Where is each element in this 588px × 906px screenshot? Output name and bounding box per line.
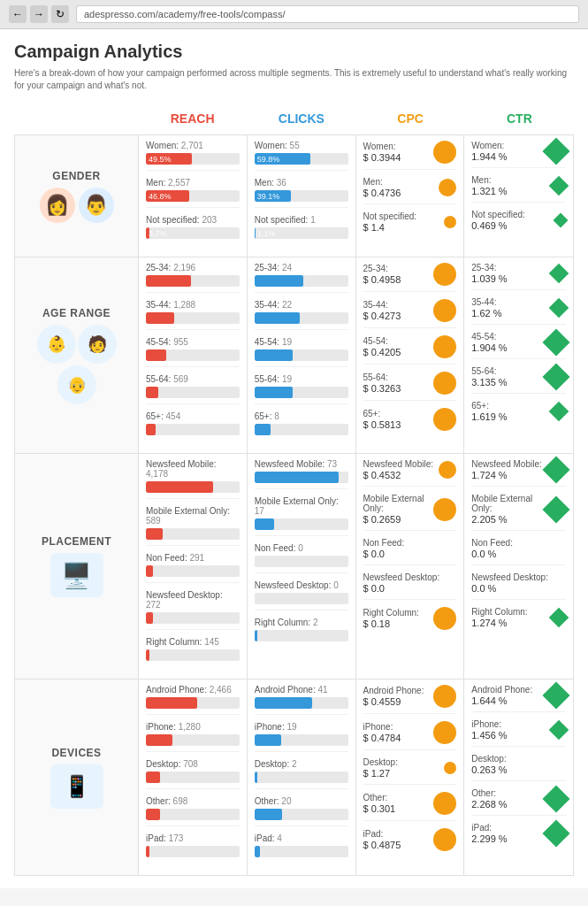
cpc-row: Newsfeed Mobile: $ 0.4532	[363, 459, 457, 487]
cpc-circle	[439, 461, 456, 479]
reach-bar	[146, 649, 149, 661]
clicks-col-devices: Android Phone: 41 iPhone: 19 Desktop: 2 …	[248, 680, 356, 875]
reach-row: Android Phone: 2,466	[146, 685, 240, 715]
cpc-circle	[433, 498, 456, 521]
ctr-row: 45-54: 1.904 %	[471, 332, 566, 359]
cpc-circle	[433, 141, 456, 164]
cpc-inner: Desktop: $ 1.27	[363, 757, 441, 779]
ctr-label: Desktop:	[471, 754, 566, 764]
clicks-row: Non Feed: 0	[255, 543, 348, 573]
back-button[interactable]: ←	[9, 5, 27, 23]
clicks-bar-container	[255, 734, 348, 746]
reach-label: iPad: 173	[146, 833, 240, 843]
section-label-gender: GENDER 👩 👨	[15, 135, 139, 257]
reach-bar	[146, 424, 156, 435]
clicks-bar-container	[255, 312, 348, 324]
refresh-button[interactable]: ↻	[51, 5, 69, 23]
reach-bar-container	[146, 528, 240, 540]
reach-bar-container: 3.7%	[146, 227, 240, 239]
ctr-diamond	[542, 681, 569, 709]
cpc-inner: 45-54: $ 0.4205	[363, 336, 431, 357]
browser-bar: ← → ↻ adespresso.com/academy/free-tools/…	[0, 0, 588, 29]
clicks-bar: 39.1%	[255, 190, 291, 202]
reach-bar	[146, 528, 163, 540]
reach-label: Newsfeed Desktop: 272	[146, 590, 240, 610]
reach-row: 65+: 454	[146, 411, 240, 441]
reach-col-age-range: 25-34: 2,196 35-44: 1,288 45-54: 955 55-…	[139, 257, 248, 453]
reach-row: Newsfeed Desktop: 272	[146, 590, 240, 630]
clicks-row: 35-44: 22	[255, 300, 348, 330]
cpc-label: Newsfeed Mobile:	[363, 459, 436, 469]
clicks-row: Men: 36 39.1%	[255, 178, 348, 208]
clicks-bar	[255, 734, 282, 746]
url-bar[interactable]: adespresso.com/academy/free-tools/compas…	[76, 5, 579, 23]
reach-bar	[146, 772, 160, 783]
reach-bar-container	[146, 565, 240, 577]
cpc-value: $ 0.2659	[363, 514, 431, 525]
cpc-inner: iPad: $ 0.4875	[363, 829, 431, 850]
reach-bar: 49.5%	[146, 153, 192, 165]
clicks-label: 35-44: 22	[255, 300, 348, 310]
ctr-col-age-range: 25-34: 1.039 % 35-44: 1.62 % 45-54: 1.90…	[464, 257, 573, 453]
ctr-diamond	[542, 363, 569, 390]
section-label-devices: DEVICES 📱	[15, 680, 139, 875]
ctr-label: Men:	[471, 175, 548, 185]
cpc-inner: Not specified: $ 1.4	[363, 211, 441, 233]
ctr-value: 1.62 %	[471, 308, 548, 319]
clicks-label: Android Phone: 41	[255, 685, 348, 695]
ctr-diamond	[542, 456, 569, 483]
cpc-circle	[433, 721, 456, 744]
reach-row: Not specified: 203 3.7%	[146, 215, 240, 244]
clicks-label: Desktop: 2	[255, 759, 348, 769]
reach-bar-container	[146, 734, 240, 746]
reach-col-devices: Android Phone: 2,466 iPhone: 1,280 Deskt…	[139, 680, 248, 875]
section-age-range: AGE RANGE 👶 🧑 👴 25-34: 2,196 35-44: 1,28…	[14, 257, 574, 454]
reach-label: 25-34: 2,196	[146, 263, 240, 273]
reach-label: Men: 2,557	[146, 178, 240, 188]
reach-bar	[146, 697, 197, 709]
clicks-row: Right Column: 2	[255, 618, 348, 647]
ctr-diamond	[549, 608, 569, 628]
cpc-inner: Newsfeed Mobile: $ 0.4532	[363, 459, 436, 480]
clicks-bar	[255, 809, 283, 820]
clicks-label: 45-54: 19	[255, 337, 348, 347]
page-subtitle: Here's a break-down of how your campaign…	[14, 67, 574, 92]
clicks-label: Newsfeed Mobile: 73	[255, 459, 348, 469]
clicks-bar-container: 39.1%	[255, 190, 348, 202]
ctr-diamond	[542, 785, 569, 812]
clicks-label: Non Feed: 0	[255, 543, 348, 553]
ctr-value: 1.456 %	[471, 730, 548, 741]
cpc-label: Mobile External Only:	[363, 494, 431, 513]
ctr-inner: Mobile External Only: 2.205 %	[471, 494, 543, 525]
reach-label: Non Feed: 291	[146, 553, 240, 563]
reach-bar-container	[146, 424, 240, 435]
ctr-value: 0.263 %	[471, 764, 566, 775]
cpc-label: iPad:	[363, 829, 431, 839]
ctr-value: 1.039 %	[471, 273, 548, 284]
cpc-label: Android Phone:	[363, 686, 431, 695]
clicks-row: Newsfeed Mobile: 73	[255, 459, 348, 489]
reach-label: Women: 2,701	[146, 141, 240, 150]
section-title: AGE RANGE	[42, 307, 111, 319]
section-label-placement: PLACEMENT 🖥️	[15, 454, 139, 679]
cpc-value: $ 0.301	[363, 803, 431, 814]
cpc-row: 25-34: $ 0.4958	[363, 263, 457, 292]
clicks-bar: 1.1%	[255, 227, 256, 239]
reach-bar	[146, 612, 153, 624]
reach-row: Non Feed: 291	[146, 553, 240, 583]
column-headers: REACH CLICKS CPC CTR	[14, 106, 574, 135]
analytics-container: REACH CLICKS CPC CTR GENDER 👩 👨 Women: 2…	[14, 106, 574, 876]
ctr-header: CTR	[465, 106, 574, 131]
ctr-label: Newsfeed Mobile:	[471, 459, 543, 469]
cpc-label: 55-64:	[363, 372, 431, 382]
ctr-col-placement: Newsfeed Mobile: 1.724 % Mobile External…	[464, 454, 573, 679]
ctr-label: Non Feed:	[471, 538, 566, 548]
browser-navigation: ← → ↻	[9, 5, 69, 23]
clicks-bar-container	[255, 424, 348, 435]
clicks-bar-container	[255, 772, 348, 783]
reach-label: iPhone: 1,280	[146, 722, 240, 732]
clicks-row: Android Phone: 41	[255, 685, 348, 715]
ctr-label: 55-64:	[471, 366, 543, 376]
clicks-label: iPad: 4	[255, 833, 348, 843]
forward-button[interactable]: →	[30, 5, 48, 23]
